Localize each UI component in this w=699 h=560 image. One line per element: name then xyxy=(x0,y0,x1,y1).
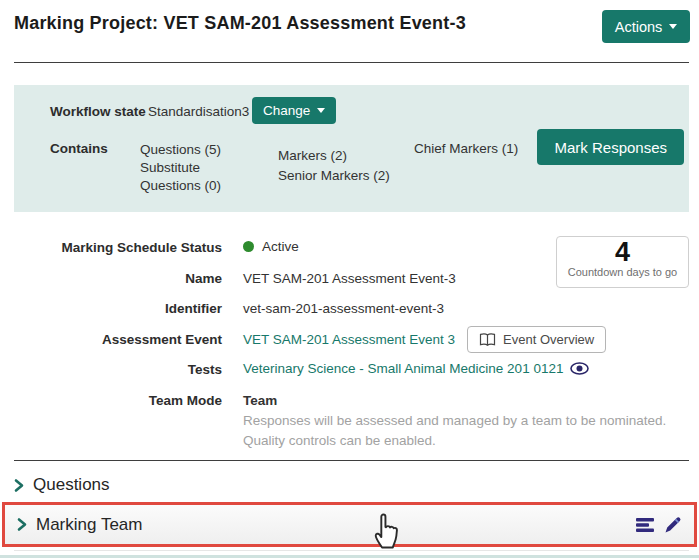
markers-count: Markers (2) xyxy=(278,146,408,166)
status-active-dot-icon xyxy=(243,241,254,252)
caret-down-icon xyxy=(669,24,677,29)
status-text: Active xyxy=(262,239,299,254)
mark-responses-button[interactable]: Mark Responses xyxy=(537,129,684,165)
countdown-caption: Countdown days to go xyxy=(557,266,688,278)
countdown-box: 4 Countdown days to go xyxy=(556,236,689,288)
senior-markers-count: Senior Markers (2) xyxy=(278,166,408,186)
contains-label: Contains xyxy=(50,141,108,156)
assessment-event-row: VET SAM-201 Assessment Event 3 Event Ove… xyxy=(243,326,606,353)
actions-button-label: Actions xyxy=(615,19,663,35)
countdown-value: 4 xyxy=(557,238,688,266)
event-overview-label: Event Overview xyxy=(503,332,594,347)
header-divider xyxy=(14,62,689,63)
page-title: Marking Project: VET SAM-201 Assessment … xyxy=(14,13,466,34)
identifier-value: vet-sam-201-assessment-event-3 xyxy=(243,301,444,316)
mark-responses-label: Mark Responses xyxy=(554,139,667,156)
marking-project-page: Marking Project: VET SAM-201 Assessment … xyxy=(0,0,699,560)
pencil-edit-icon xyxy=(664,516,682,534)
section-questions[interactable]: Questions xyxy=(14,470,689,500)
workflow-state-label: Workflow state xyxy=(50,104,146,119)
name-label: Name xyxy=(14,271,222,286)
details-divider xyxy=(14,460,689,461)
team-list-button[interactable] xyxy=(635,517,655,533)
change-workflow-button[interactable]: Change xyxy=(252,97,336,124)
marking-team-header[interactable]: Marking Team xyxy=(17,515,142,535)
marking-team-actions xyxy=(635,516,682,534)
team-mode-description: Responses will be assessed and managed b… xyxy=(243,411,671,451)
event-overview-button[interactable]: Event Overview xyxy=(467,326,606,353)
chevron-right-icon xyxy=(17,517,27,532)
eye-preview-icon[interactable] xyxy=(570,362,589,375)
list-icon xyxy=(635,517,655,533)
questions-count: Questions (5) xyxy=(140,141,236,159)
team-mode-label: Team Mode xyxy=(14,393,222,408)
change-button-label: Change xyxy=(263,103,310,118)
open-book-icon xyxy=(479,333,496,347)
bottom-faint-divider xyxy=(14,550,689,551)
chief-markers-count: Chief Markers (1) xyxy=(414,141,518,156)
identifier-label: Identifier xyxy=(14,301,222,316)
cursor-pointer-icon xyxy=(371,507,399,551)
contains-questions-group: Questions (5) Substitute Questions (0) xyxy=(140,141,236,195)
edit-team-button[interactable] xyxy=(664,516,682,534)
summary-panel: Workflow state Standardisation3 Change C… xyxy=(14,85,689,212)
tests-label: Tests xyxy=(14,362,222,377)
chevron-right-icon xyxy=(14,478,24,493)
team-mode-value: Team xyxy=(243,393,277,408)
name-value: VET SAM-201 Assessment Event-3 xyxy=(243,271,456,286)
assessment-event-label: Assessment Event xyxy=(14,332,222,347)
section-marking-team[interactable]: Marking Team xyxy=(2,502,697,547)
workflow-state-value: Standardisation3 xyxy=(148,104,249,119)
caret-down-icon xyxy=(317,108,325,113)
section-marking-team-label: Marking Team xyxy=(36,515,142,535)
marking-schedule-status-value: Active xyxy=(243,239,299,254)
assessment-event-link[interactable]: VET SAM-201 Assessment Event 3 xyxy=(243,332,455,347)
tests-link[interactable]: Veterinary Science - Small Animal Medici… xyxy=(243,361,563,376)
contains-markers-group: Markers (2) Senior Markers (2) xyxy=(278,146,408,186)
marking-schedule-status-label: Marking Schedule Status xyxy=(14,240,222,255)
substitute-questions-count: Substitute Questions (0) xyxy=(140,159,236,195)
bottom-edge-line xyxy=(0,555,699,558)
tests-row: Veterinary Science - Small Animal Medici… xyxy=(243,361,589,376)
actions-button[interactable]: Actions xyxy=(602,10,690,43)
section-questions-label: Questions xyxy=(33,475,110,495)
